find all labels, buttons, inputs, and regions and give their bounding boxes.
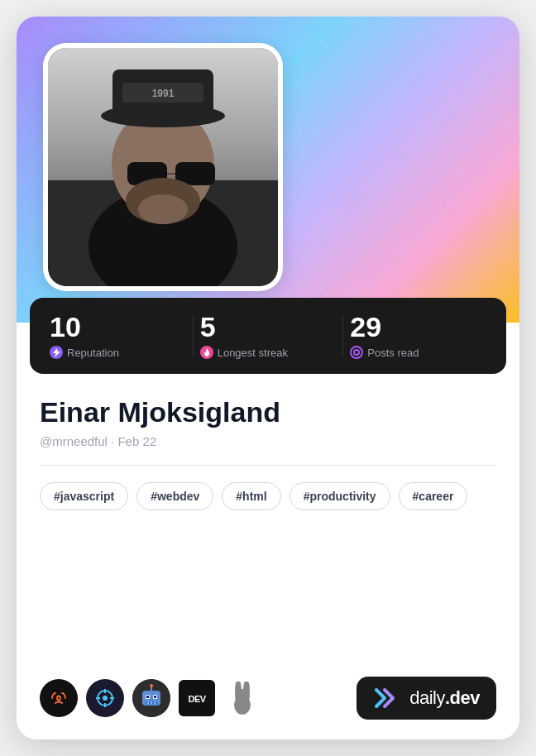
- devto-icon[interactable]: DEV: [179, 680, 215, 716]
- svg-rect-28: [147, 701, 149, 704]
- svg-point-32: [150, 684, 153, 687]
- daily-dev-badge[interactable]: daily .dev: [357, 677, 496, 720]
- svg-point-16: [103, 696, 108, 701]
- posts-icon: [350, 346, 363, 359]
- svg-point-38: [235, 689, 250, 704]
- stat-streak: 5 Longest streak: [200, 313, 337, 359]
- svg-point-14: [354, 350, 359, 355]
- tag-javascript[interactable]: #javascript: [40, 482, 128, 510]
- user-join-date: Feb 22: [117, 434, 156, 448]
- daily-dev-text: daily .dev: [409, 687, 480, 709]
- profile-banner: 1991: [17, 17, 519, 323]
- svg-rect-29: [151, 701, 152, 704]
- user-handle: @mrneedful: [40, 434, 108, 448]
- daily-word: daily: [409, 687, 445, 709]
- stat-divider-2: [342, 316, 343, 356]
- footer-icons: DEV: [40, 679, 261, 717]
- tag-html[interactable]: #html: [222, 482, 280, 510]
- streak-label: Longest streak: [218, 347, 288, 359]
- svg-text:1991: 1991: [152, 88, 175, 99]
- posts-label: Posts read: [367, 347, 419, 359]
- user-meta: @mrneedful · Feb 22: [40, 434, 496, 448]
- reputation-label: Reputation: [67, 347, 119, 359]
- section-divider: [40, 465, 496, 466]
- bunny-icon[interactable]: [223, 679, 261, 717]
- stat-divider-1: [193, 316, 194, 356]
- user-name: Einar Mjoksigland: [40, 397, 496, 428]
- svg-rect-25: [146, 696, 149, 698]
- robot-avatar-icon[interactable]: [132, 679, 170, 717]
- avatar: 1991: [48, 48, 278, 286]
- profile-card: 1991 10: [17, 17, 519, 739]
- stat-reputation: 10 Reputation: [50, 313, 186, 359]
- crosshair-icon[interactable]: [86, 679, 124, 717]
- dev-word: .dev: [445, 687, 480, 709]
- streak-icon: [200, 346, 213, 359]
- posts-label-row: Posts read: [350, 346, 486, 359]
- stats-bar: 10 Reputation 5 Longest strea: [30, 298, 506, 374]
- avatar-container: 1991: [43, 43, 283, 291]
- svg-rect-26: [154, 696, 156, 698]
- streak-label-row: Longest streak: [200, 346, 337, 359]
- svg-rect-30: [154, 701, 156, 704]
- card-body: Einar Mjoksigland @mrneedful · Feb 22 #j…: [17, 374, 519, 739]
- stat-posts: 29 Posts read: [350, 313, 486, 359]
- reputation-icon: [50, 346, 63, 359]
- card-footer: DEV: [40, 677, 496, 723]
- daily-dev-logo: [373, 687, 401, 710]
- tag-webdev[interactable]: #webdev: [136, 482, 213, 510]
- tags-container: #javascript #webdev #html #productivity …: [40, 482, 496, 510]
- freecodecamp-icon[interactable]: [40, 679, 78, 717]
- tag-productivity[interactable]: #productivity: [290, 482, 390, 510]
- svg-point-13: [138, 194, 188, 224]
- reputation-label-row: Reputation: [50, 346, 186, 359]
- svg-text:DEV: DEV: [188, 694, 206, 704]
- tag-career[interactable]: #career: [399, 482, 468, 510]
- streak-value: 5: [200, 313, 337, 341]
- posts-value: 29: [350, 313, 486, 341]
- reputation-value: 10: [50, 313, 186, 341]
